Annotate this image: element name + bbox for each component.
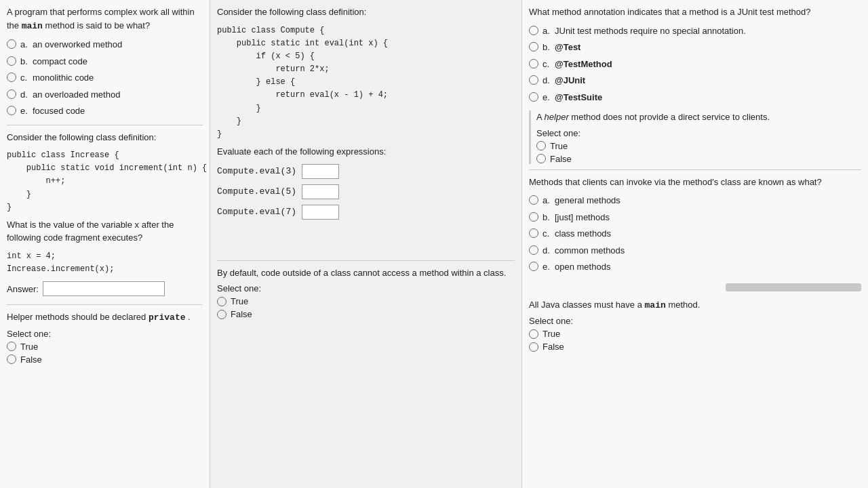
tf4-false[interactable]: False — [529, 342, 861, 352]
tf4-true[interactable]: True — [529, 329, 861, 339]
tf4-radio-true[interactable] — [529, 329, 538, 339]
eval-input-1[interactable] — [302, 184, 339, 199]
tf2-radio-true[interactable] — [217, 297, 226, 306]
tf3-false[interactable]: False — [536, 154, 861, 164]
q5-radio-e[interactable] — [529, 92, 538, 102]
answer-input[interactable] — [43, 281, 165, 296]
q1-option-c[interactable]: c. monolithic code — [7, 71, 203, 85]
q6-radio-b[interactable] — [529, 212, 538, 222]
tf1-statement: Helper methods should be declared privat… — [7, 310, 203, 325]
tf1-section: Helper methods should be declared privat… — [7, 310, 203, 365]
eval-row-1: Compute.eval(5) — [217, 184, 515, 199]
q5-radio-b[interactable] — [529, 42, 538, 52]
scrollbar[interactable] — [726, 283, 861, 291]
q4-text: Evaluate each of the following expressio… — [217, 145, 515, 159]
q6-radio-e[interactable] — [529, 262, 538, 271]
tf2-section: By default, code outside of a class cann… — [217, 266, 515, 320]
q5-text: What method annotation indicates that a … — [529, 5, 861, 19]
tf1-true[interactable]: True — [7, 342, 203, 352]
q2-fragment: int x = 4; Increase.increment(x); — [7, 250, 203, 276]
q1-radio-c[interactable] — [7, 73, 16, 82]
q5-radio-d[interactable] — [529, 75, 538, 85]
tf3-options: True False — [536, 141, 861, 164]
tf1-false[interactable]: False — [7, 354, 203, 365]
tf4-radio-false[interactable] — [529, 342, 538, 352]
tf2-options: True False — [217, 296, 515, 319]
answer-row: Answer: — [7, 281, 203, 296]
tf3-section: A helper method does not provide a direc… — [529, 110, 861, 164]
tf1-select-one: Select one: — [7, 329, 203, 339]
tf4-statement: All Java classes must have a main method… — [529, 298, 861, 312]
q5-option-d[interactable]: d. @JUnit — [529, 74, 861, 87]
q5-option-a[interactable]: a. JUnit test methods require no special… — [529, 24, 861, 38]
q1-radio-b[interactable] — [7, 56, 16, 66]
eval-input-0[interactable] — [302, 164, 339, 179]
eval-rows: Compute.eval(3) Compute.eval(5) Compute.… — [217, 164, 515, 220]
q6-option-d[interactable]: d. common methods — [529, 244, 861, 258]
tf2-select-one: Select one: — [217, 283, 515, 293]
tf2-statement: By default, code outside of a class cann… — [217, 266, 515, 280]
tf3-select-one: Select one: — [536, 128, 861, 138]
eval-input-2[interactable] — [302, 205, 339, 220]
eval-row-2: Compute.eval(7) — [217, 205, 515, 220]
q5-radio-c[interactable] — [529, 59, 538, 68]
q6-option-c[interactable]: c. class methods — [529, 227, 861, 241]
q5-option-b[interactable]: b. @Test — [529, 41, 861, 54]
tf4-select-one: Select one: — [529, 316, 861, 326]
q1-radio-e[interactable] — [7, 106, 16, 115]
q3-code: public class Compute { public static int… — [217, 24, 515, 142]
q5-options: a. JUnit test methods require no special… — [529, 24, 861, 104]
q2-intro: Consider the following class definition: — [7, 131, 203, 144]
tf1-radio-false[interactable] — [7, 354, 16, 364]
q2-code: public class Increase { public static vo… — [7, 149, 203, 214]
q5-option-e[interactable]: e. @TestSuite — [529, 91, 861, 104]
q6-option-b[interactable]: b. [just] methods — [529, 211, 861, 224]
q6-option-a[interactable]: a. general methods — [529, 194, 861, 207]
q1-option-e[interactable]: e. focused code — [7, 104, 203, 118]
q6-options: a. general methods b. [just] methods c. … — [529, 194, 861, 274]
q1-radio-a[interactable] — [7, 39, 16, 49]
tf4-options: True False — [529, 329, 861, 352]
tf3-statement: A helper method does not provide a direc… — [536, 110, 861, 124]
q1-option-b[interactable]: b. compact code — [7, 55, 203, 68]
q1-option-a[interactable]: a. an overworked method — [7, 38, 203, 52]
q1-radio-d[interactable] — [7, 89, 16, 99]
tf2-true[interactable]: True — [217, 296, 515, 306]
eval-row-0: Compute.eval(3) — [217, 164, 515, 179]
q2-question: What is the value of the variable x afte… — [7, 218, 203, 245]
q6-radio-a[interactable] — [529, 195, 538, 205]
tf3-true[interactable]: True — [536, 141, 861, 151]
q6-radio-c[interactable] — [529, 228, 538, 238]
q5-option-c[interactable]: c. @TestMethod — [529, 58, 861, 71]
q6-text: Methods that clients can invoke via the … — [529, 176, 861, 189]
tf4-section: All Java classes must have a main method… — [529, 298, 861, 352]
q5-radio-a[interactable] — [529, 26, 538, 35]
q6-option-e[interactable]: e. open methods — [529, 260, 861, 274]
q6-radio-d[interactable] — [529, 245, 538, 255]
tf2-radio-false[interactable] — [217, 310, 226, 319]
tf1-radio-true[interactable] — [7, 342, 16, 351]
q1-option-d[interactable]: d. an overloaded method — [7, 88, 203, 102]
tf1-options: True False — [7, 342, 203, 365]
q1-options: a. an overworked method b. compact code … — [7, 38, 203, 118]
q3-intro: Consider the following class definition: — [217, 5, 515, 19]
tf2-false[interactable]: False — [217, 309, 515, 319]
tf3-radio-true[interactable] — [536, 141, 546, 150]
question-1: A program that performs complex work all… — [7, 5, 203, 33]
tf3-radio-false[interactable] — [536, 154, 546, 163]
